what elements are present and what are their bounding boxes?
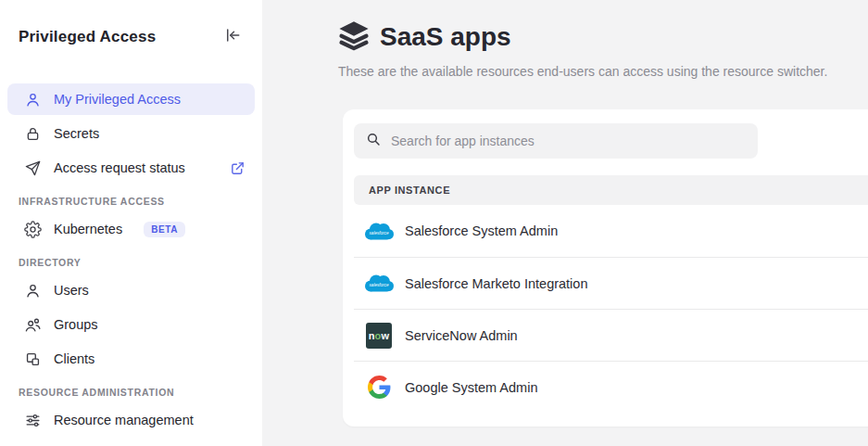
sidebar-item-clients[interactable]: Clients xyxy=(7,343,255,375)
servicenow-logo-text: n xyxy=(369,330,375,341)
sidebar-section-directory: DIRECTORY xyxy=(19,257,244,268)
sidebar-item-users[interactable]: Users xyxy=(7,274,255,306)
sidebar-item-secrets[interactable]: Secrets xyxy=(7,118,255,149)
page-subtitle: These are the available resources end-us… xyxy=(338,64,868,79)
servicenow-logo: now xyxy=(363,323,395,349)
app-instance-table: APP INSTANCE salesforce Salesforce Syste… xyxy=(354,175,868,413)
app-instance-name: ServiceNow Admin xyxy=(405,328,518,343)
sidebar-item-access-request-status[interactable]: Access request status xyxy=(7,152,255,184)
users-icon xyxy=(24,316,42,334)
collapse-sidebar-button[interactable] xyxy=(221,26,244,48)
collapse-sidebar-icon xyxy=(224,27,241,47)
sidebar-header: Privileged Access xyxy=(0,24,262,50)
sidebar-section-resource-administration: RESOURCE ADMINISTRATION xyxy=(19,387,244,398)
sidebar-item-my-privileged-access[interactable]: My Privileged Access xyxy=(7,83,255,115)
user-icon xyxy=(24,282,42,299)
external-link-icon[interactable] xyxy=(230,160,245,176)
sidebar-item-label: My Privileged Access xyxy=(54,92,181,107)
lock-icon xyxy=(24,125,42,143)
sidebar-item-label: Resource management xyxy=(54,413,194,427)
sidebar-item-label: Groups xyxy=(54,317,98,332)
app-instance-name: Salesforce System Admin xyxy=(405,223,558,238)
servicenow-logo-o: o xyxy=(375,330,382,341)
beta-badge: BETA xyxy=(144,222,185,237)
sidebar-item-label: Kubernetes xyxy=(54,222,122,236)
table-row-salesforce-marketo-integration[interactable]: salesforce Salesforce Marketo Integratio… xyxy=(354,257,868,309)
main-content: SaaS apps These are the available resour… xyxy=(262,0,868,446)
svg-text:salesforce: salesforce xyxy=(370,231,389,236)
page-title: SaaS apps xyxy=(380,22,511,52)
send-icon xyxy=(24,159,42,177)
search-input[interactable] xyxy=(389,133,746,149)
gear-icon xyxy=(24,221,42,238)
sidebar-item-label: Clients xyxy=(54,351,94,366)
sidebar-item-label: Secrets xyxy=(54,126,99,141)
google-logo xyxy=(363,376,395,399)
sidebar-nav: My Privileged Access Secrets Access requ… xyxy=(0,83,262,439)
app-instances-card: APP INSTANCE salesforce Salesforce Syste… xyxy=(343,109,868,427)
sidebar-item-groups[interactable]: Groups xyxy=(7,309,255,340)
salesforce-logo: salesforce xyxy=(363,220,395,243)
sidebar-item-kubernetes[interactable]: Kubernetes BETA xyxy=(7,213,255,245)
table-row-salesforce-system-admin[interactable]: salesforce Salesforce System Admin xyxy=(354,205,868,257)
sidebar-section-infrastructure-access: INFRASTRUCTURE ACCESS xyxy=(19,196,244,207)
sidebar-title: Privileged Access xyxy=(19,28,156,46)
app-instance-name: Salesforce Marketo Integration xyxy=(405,276,587,291)
search-icon xyxy=(366,132,381,150)
servicenow-logo-text: w xyxy=(382,330,390,341)
sidebar-item-label: Access request status xyxy=(54,160,185,175)
app-instance-name: Google System Admin xyxy=(405,380,537,395)
devices-icon xyxy=(24,350,42,368)
table-row-servicenow-admin[interactable]: now ServiceNow Admin xyxy=(354,309,868,361)
sidebar: Privileged Access My Privileged Access xyxy=(0,0,262,446)
svg-text:salesforce: salesforce xyxy=(370,283,389,287)
page-header: SaaS apps xyxy=(338,20,868,54)
sidebar-item-label: Users xyxy=(54,283,89,298)
search-box[interactable] xyxy=(354,123,758,159)
table-header-app-instance: APP INSTANCE xyxy=(354,175,868,205)
user-icon xyxy=(24,91,42,108)
sliders-icon xyxy=(24,412,42,429)
sidebar-item-resource-management[interactable]: Resource management xyxy=(7,404,255,436)
table-row-google-system-admin[interactable]: Google System Admin xyxy=(354,361,868,413)
layers-icon xyxy=(338,19,370,55)
salesforce-logo: salesforce xyxy=(363,272,395,295)
